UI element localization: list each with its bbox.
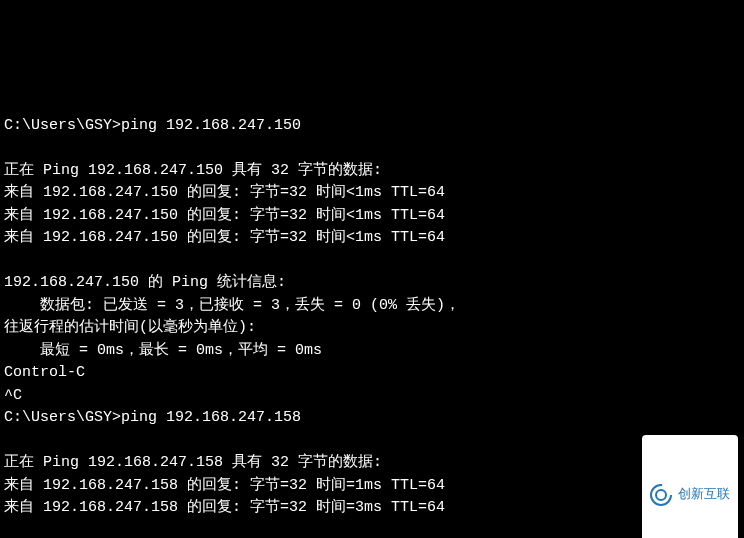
ping-header: 正在 Ping 192.168.247.158 具有 32 字节的数据: <box>4 454 382 471</box>
ctrl-c: ^C <box>4 387 22 404</box>
ping-stats-header: 192.168.247.150 的 Ping 统计信息: <box>4 274 286 291</box>
ping-stats-packets: 数据包: 已发送 = 3，已接收 = 3，丢失 = 0 (0% 丢失)， <box>4 297 460 314</box>
command-text: ping 192.168.247.158 <box>121 409 301 426</box>
command-text: ping 192.168.247.150 <box>121 117 301 134</box>
prompt: C:\Users\GSY> <box>4 409 121 426</box>
watermark-logo-icon <box>650 439 672 539</box>
ping-reply: 来自 192.168.247.150 的回复: 字节=32 时间<1ms TTL… <box>4 207 445 224</box>
ping-reply: 来自 192.168.247.150 的回复: 字节=32 时间<1ms TTL… <box>4 229 445 246</box>
ping-rtt-values: 最短 = 0ms，最长 = 0ms，平均 = 0ms <box>4 342 322 359</box>
ping-rtt-label: 往返行程的估计时间(以毫秒为单位): <box>4 319 256 336</box>
ping-reply: 来自 192.168.247.158 的回复: 字节=32 时间=3ms TTL… <box>4 499 445 516</box>
prompt-line: C:\Users\GSY>ping 192.168.247.150 <box>4 117 301 134</box>
watermark-badge: 创新互联 <box>642 435 738 539</box>
ping-reply: 来自 192.168.247.150 的回复: 字节=32 时间<1ms TTL… <box>4 184 445 201</box>
watermark-text: 创新互联 <box>678 483 730 506</box>
ping-header: 正在 Ping 192.168.247.150 具有 32 字节的数据: <box>4 162 382 179</box>
interrupt-label: Control-C <box>4 364 85 381</box>
prompt-line: C:\Users\GSY>ping 192.168.247.158 <box>4 409 301 426</box>
svg-point-1 <box>656 490 666 500</box>
svg-point-0 <box>651 485 671 505</box>
terminal-output[interactable]: C:\Users\GSY>ping 192.168.247.150 正在 Pin… <box>0 113 744 539</box>
prompt: C:\Users\GSY> <box>4 117 121 134</box>
ping-reply: 来自 192.168.247.158 的回复: 字节=32 时间=1ms TTL… <box>4 477 445 494</box>
